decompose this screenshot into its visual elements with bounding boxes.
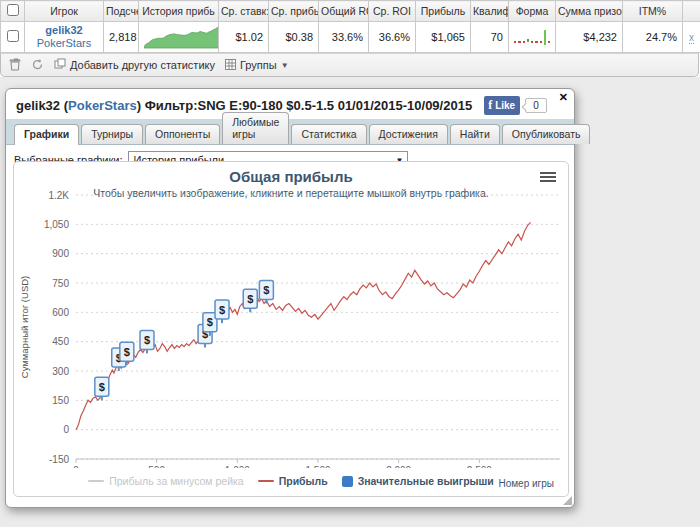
- player-name-link[interactable]: gelik32: [30, 24, 98, 37]
- prize-sum-cell: $4,232: [556, 22, 623, 53]
- significant-win-marker[interactable]: $: [259, 281, 273, 304]
- column-header-empty-13: [683, 1, 700, 22]
- legend-label: Прибыль: [279, 475, 328, 487]
- stats-table-section: ИгрокПодсчетИстория прибьСр. ставк:Ср. п…: [0, 0, 700, 77]
- trash-icon[interactable]: [9, 58, 21, 73]
- panel-resize-handle[interactable]: [563, 496, 572, 505]
- svg-text:$: $: [124, 346, 130, 358]
- facebook-like-button[interactable]: f Like: [484, 96, 520, 115]
- significant-win-marker[interactable]: $: [95, 377, 109, 400]
- itm-cell: 24.7%: [623, 22, 683, 53]
- groups-button[interactable]: Группы ▼: [225, 59, 289, 72]
- svg-text:600: 600: [52, 307, 69, 318]
- svg-text:300: 300: [52, 366, 69, 377]
- column-header-2[interactable]: Подсчет: [104, 1, 139, 22]
- close-icon[interactable]: ✕: [559, 91, 568, 104]
- form-dash: [540, 41, 542, 43]
- column-header-10[interactable]: Форма: [509, 1, 556, 22]
- form-dash: [514, 41, 516, 43]
- svg-text:$: $: [247, 293, 253, 305]
- caret-down-icon: ▼: [281, 61, 289, 70]
- stats-data-row: gelik32 PokerStars 2,818 $1.02 $0.38 33.…: [1, 22, 700, 53]
- legend-item-1[interactable]: Прибыль: [258, 475, 328, 487]
- profit-chart-container: Общая прибыль Чтобы увеличить изображени…: [13, 161, 569, 497]
- tab-3[interactable]: Любимые игры: [222, 112, 289, 144]
- grid-icon: [225, 59, 236, 72]
- column-header-9[interactable]: Квалиф: [471, 1, 509, 22]
- tab-1[interactable]: Турниры: [81, 124, 143, 144]
- remove-row-link[interactable]: x: [689, 32, 694, 44]
- column-header-12[interactable]: ITM%: [623, 1, 683, 22]
- column-header-5[interactable]: Ср. прибь: [269, 1, 319, 22]
- legend-line-icon: [258, 480, 274, 482]
- select-all-checkbox[interactable]: [7, 4, 19, 16]
- like-label: Like: [495, 100, 515, 111]
- total-roi-cell: 33.6%: [319, 22, 369, 53]
- legend-item-2[interactable]: Значительные выигрыши: [342, 475, 494, 487]
- add-statistic-label: Добавить другую статистику: [70, 59, 215, 71]
- tab-2[interactable]: Оппоненты: [145, 124, 220, 144]
- svg-text:500: 500: [148, 465, 165, 468]
- significant-win-marker[interactable]: $: [120, 342, 134, 365]
- column-header-11[interactable]: Сумма призо: [556, 1, 623, 22]
- form-dash: [523, 41, 525, 43]
- like-count-badge: 0: [525, 98, 547, 113]
- legend-item-0[interactable]: Прибыль за минусом рейка: [88, 475, 243, 487]
- groups-label: Группы: [240, 59, 277, 71]
- svg-text:1.2K: 1.2K: [48, 190, 69, 201]
- svg-text:1,050: 1,050: [44, 219, 69, 230]
- row-checkbox[interactable]: [7, 30, 19, 42]
- tab-5[interactable]: Достижения: [369, 124, 448, 144]
- column-header-3[interactable]: История прибь: [139, 1, 219, 22]
- tab-7[interactable]: Опубликовать: [502, 124, 591, 144]
- panel-header: gelik32 (PokerStars) Фильтр:SNG E:90-180…: [6, 89, 574, 119]
- form-cell: [509, 22, 556, 53]
- svg-text:$: $: [144, 334, 150, 346]
- column-header-8[interactable]: Прибыль: [416, 1, 471, 22]
- chart-legend: Прибыль за минусом рейкаПрибыльЗначитель…: [14, 475, 568, 487]
- significant-win-marker[interactable]: $: [140, 330, 154, 353]
- svg-text:750: 750: [52, 278, 69, 289]
- player-site-link[interactable]: PokerStars: [30, 37, 98, 50]
- form-bar-green: [544, 30, 546, 45]
- panel-title-site-link[interactable]: PokerStars: [68, 98, 137, 113]
- column-header-empty-0: [1, 1, 25, 22]
- avg-roi-cell: 36.6%: [369, 22, 416, 53]
- tab-4[interactable]: Статистика: [291, 124, 366, 144]
- profit-history-sparkline: [139, 22, 219, 53]
- svg-text:150: 150: [52, 395, 69, 406]
- svg-text:$: $: [219, 304, 225, 316]
- stats-toolbar: Добавить другую статистику Группы ▼: [0, 53, 699, 77]
- legend-square-icon: [342, 476, 353, 487]
- avg-stake-cell: $1.02: [219, 22, 269, 53]
- svg-text:0: 0: [73, 465, 79, 468]
- significant-win-marker[interactable]: $: [215, 300, 229, 323]
- panel-title: gelik32 (PokerStars) Фильтр:SNG E:90-180…: [16, 98, 472, 113]
- column-header-4[interactable]: Ср. ставк:: [219, 1, 269, 22]
- facebook-like-widget: f Like 0: [484, 96, 547, 115]
- svg-text:1,000: 1,000: [225, 465, 250, 468]
- column-header-6[interactable]: Общий ROI: [319, 1, 369, 22]
- add-statistic-button[interactable]: Добавить другую статистику: [54, 58, 215, 72]
- form-dash: [535, 41, 537, 43]
- stats-header-row: ИгрокПодсчетИстория прибьСр. ставк:Ср. п…: [1, 1, 700, 22]
- tab-6[interactable]: Найти: [450, 124, 500, 144]
- svg-text:$: $: [99, 381, 105, 393]
- tab-0[interactable]: Графики: [14, 124, 79, 145]
- legend-label: Значительные выигрыши: [358, 475, 494, 487]
- svg-text:2,500: 2,500: [467, 465, 492, 468]
- column-header-1[interactable]: Игрок: [25, 1, 104, 22]
- svg-text:$: $: [263, 284, 269, 296]
- legend-label: Прибыль за минусом рейка: [109, 475, 243, 487]
- legend-line-icon: [88, 480, 104, 482]
- significant-win-marker[interactable]: $: [243, 289, 257, 312]
- svg-text:900: 900: [52, 248, 69, 259]
- svg-text:-150: -150: [49, 454, 69, 465]
- column-header-7[interactable]: Ср. ROI: [369, 1, 416, 22]
- player-detail-panel: ✕ gelik32 (PokerStars) Фильтр:SNG E:90-1…: [5, 88, 575, 508]
- x-axis-title: Номер игры: [498, 478, 554, 489]
- chart-plot-area[interactable]: 1.2K1,0509007506004503001500-15005001,00…: [14, 162, 568, 468]
- refresh-icon[interactable]: [31, 58, 44, 73]
- tab-bar: ГрафикиТурнирыОппонентыЛюбимые игрыСтати…: [6, 119, 574, 145]
- form-dot-green: [527, 39, 529, 42]
